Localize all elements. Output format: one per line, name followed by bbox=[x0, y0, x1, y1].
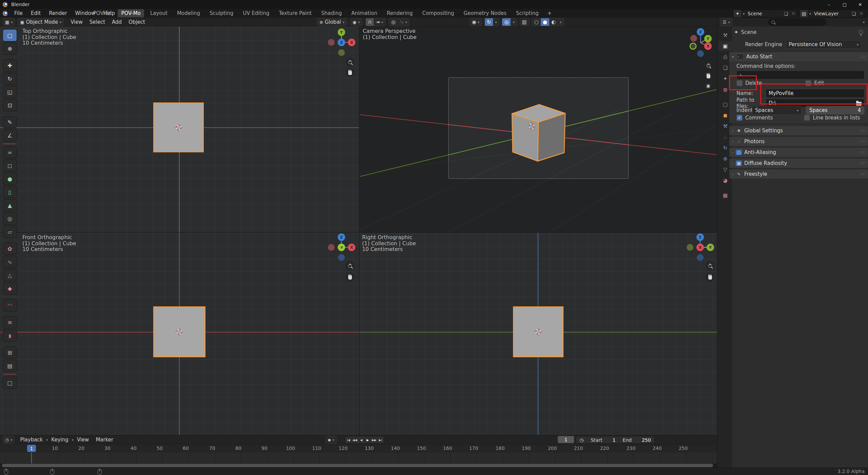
overlays-dropdown[interactable]: ▾ bbox=[511, 18, 516, 26]
nav-gizmo[interactable]: Z X -Y bbox=[327, 233, 356, 262]
drag-handle-icon[interactable]: ∷∷ bbox=[860, 129, 866, 133]
viewport-front[interactable]: Front Orthographic (1) Collection | Cube… bbox=[0, 233, 359, 435]
workspace-tab-pov-mo[interactable]: POV-Mo bbox=[118, 9, 144, 17]
xray-toggle[interactable]: ▥ bbox=[520, 18, 529, 26]
minimize-button[interactable]: – bbox=[821, 0, 837, 9]
play-button[interactable]: ▶ bbox=[364, 436, 371, 443]
new-viewlayer-button[interactable]: ❏ bbox=[850, 11, 857, 16]
tool-add-media[interactable]: ▤ bbox=[3, 360, 17, 372]
drag-handle-icon[interactable]: ∷∷ bbox=[860, 55, 866, 59]
snap-toggle[interactable]: ∩ bbox=[366, 18, 374, 26]
global-settings-panel-header[interactable]: › ❋ Global Settings ∷∷ bbox=[729, 126, 868, 135]
tool-add-superellipsoid[interactable]: ◆ bbox=[3, 282, 17, 294]
tool-add-cone[interactable]: ▲ bbox=[3, 199, 17, 211]
zoom-button[interactable] bbox=[704, 61, 713, 70]
workspace-tab-layout[interactable]: Layout bbox=[147, 9, 171, 17]
workspace-tab-texture-paint[interactable]: Texture Paint bbox=[275, 9, 315, 17]
drag-handle-icon[interactable]: ∷∷ bbox=[860, 150, 866, 155]
properties-filter-dropdown[interactable]: ▾ bbox=[863, 20, 865, 24]
zoom-button[interactable] bbox=[346, 58, 354, 66]
properties-search-input[interactable] bbox=[768, 19, 826, 25]
properties-editor-type-button[interactable]: ☰ ▾ bbox=[720, 18, 732, 26]
close-button[interactable]: ✕ bbox=[852, 0, 868, 9]
tool-annotate[interactable]: ✎ bbox=[3, 116, 17, 128]
timeline-ruler[interactable]: 1 10 20 30 40 50 60 70 80 90 100 110 120… bbox=[0, 444, 717, 453]
new-scene-button[interactable]: ❏ bbox=[782, 11, 790, 16]
tool-add-spring[interactable]: ≋ bbox=[3, 316, 17, 328]
proportional-falloff-dropdown[interactable]: ∿ ▾ bbox=[398, 18, 409, 26]
menu-render[interactable]: Render bbox=[45, 10, 71, 16]
pan-button[interactable] bbox=[346, 272, 354, 281]
pan-button[interactable] bbox=[706, 272, 714, 281]
tool-add-height-field[interactable]: △ bbox=[3, 269, 17, 281]
start-frame-field[interactable]: Start 1 bbox=[587, 436, 619, 443]
snap-to-dropdown[interactable]: ↠ ▾ bbox=[374, 18, 385, 26]
tool-transform[interactable]: ⊡ bbox=[3, 99, 17, 111]
tool-tweak-select[interactable]: ▢ bbox=[3, 29, 17, 41]
shading-dropdown[interactable]: ▾ bbox=[558, 18, 564, 26]
line-breaks-checkbox[interactable] bbox=[804, 115, 810, 121]
viewport-camera[interactable]: Camera Perspective (1) Collection | Cube… bbox=[359, 26, 717, 233]
jump-to-end-button[interactable]: ▶| bbox=[377, 436, 384, 443]
shading-wireframe-button[interactable]: ○ bbox=[532, 18, 541, 26]
gizmo-neg-y[interactable] bbox=[687, 244, 693, 251]
tool-add-rainbow[interactable]: ◠ bbox=[3, 299, 17, 311]
workspace-tab-pov-ed[interactable]: POV-Ed bbox=[90, 9, 115, 17]
add-workspace-button[interactable]: + bbox=[545, 10, 555, 16]
nav-gizmo[interactable]: Y X Z bbox=[327, 28, 356, 57]
gizmo-neg-x[interactable] bbox=[328, 244, 335, 251]
tool-add-blob[interactable]: ✿ bbox=[3, 243, 17, 255]
tool-add-torus[interactable]: ◎ bbox=[3, 212, 17, 225]
gizmo-neg-y[interactable] bbox=[338, 49, 345, 56]
gizmo-neg-x[interactable] bbox=[328, 39, 335, 46]
scene-icon[interactable]: ✦ bbox=[733, 10, 742, 17]
tool-add-cylinder[interactable]: ▯ bbox=[3, 186, 17, 198]
current-frame-indicator[interactable]: 1 bbox=[27, 445, 36, 452]
workspace-tab-uv-editing[interactable]: UV Editing bbox=[239, 9, 273, 17]
tool-add-sphere[interactable]: ● bbox=[3, 173, 17, 185]
jump-to-start-button[interactable]: |◀ bbox=[345, 436, 352, 443]
tool-add-box[interactable]: ◻ bbox=[3, 159, 17, 172]
menu-keying[interactable]: Keying bbox=[48, 437, 72, 443]
end-frame-field[interactable]: End 250 bbox=[619, 436, 654, 443]
tab-texture[interactable]: ▦ bbox=[718, 191, 732, 200]
tool-add-prism[interactable]: ▱ bbox=[3, 226, 17, 238]
drag-handle-icon[interactable]: ∷∷ bbox=[860, 161, 866, 166]
tool-rotate[interactable]: ↻ bbox=[3, 73, 17, 85]
diffuse-radiosity-panel-header[interactable]: › ▨ Diffuse Radiosity ∷∷ bbox=[729, 158, 868, 168]
editor-type-button[interactable]: ▦ ▾ bbox=[3, 18, 15, 26]
mode-dropdown[interactable]: ▣ Object Mode ▾ bbox=[18, 18, 64, 26]
tab-render[interactable]: ▣ bbox=[718, 41, 732, 51]
tool-add-sphere-sweep[interactable]: ∿ bbox=[3, 256, 17, 268]
selectability-visibility-dropdown[interactable]: ◉ ▾ bbox=[470, 18, 481, 26]
indent-dropdown[interactable]: Spaces ▾ bbox=[752, 106, 802, 115]
gizmos-dropdown[interactable]: ▾ bbox=[493, 18, 499, 26]
menu-select[interactable]: Select bbox=[86, 19, 108, 25]
tool-add-pov-cube[interactable]: □ bbox=[3, 377, 17, 389]
freestyle-panel-header[interactable]: › ✎ Freestyle ∷∷ bbox=[729, 169, 868, 179]
pivot-point-dropdown[interactable]: ◉ ▾ bbox=[350, 18, 362, 26]
zoom-button[interactable] bbox=[706, 261, 714, 270]
gizmo-neg-z[interactable] bbox=[338, 254, 345, 261]
proportional-editing-toggle[interactable]: ◎ bbox=[389, 18, 398, 26]
viewlayer-icon[interactable]: ▤ bbox=[800, 10, 808, 17]
workspace-tab-modeling[interactable]: Modeling bbox=[174, 9, 203, 17]
transform-orientation-dropdown[interactable]: ⊕ Global ▾ bbox=[317, 18, 347, 26]
tool-add-lathe[interactable]: ◗ bbox=[3, 329, 17, 342]
next-keyframe-button[interactable]: ▶▶ bbox=[371, 436, 377, 443]
auto-keying-toggle[interactable]: ● ▾ bbox=[326, 436, 337, 444]
tool-move[interactable]: ✚ bbox=[3, 59, 17, 72]
gizmo-neg-z[interactable] bbox=[697, 50, 704, 57]
render-engine-dropdown[interactable]: Persistence Of Vision ▾ bbox=[786, 40, 862, 49]
menu-marker[interactable]: Marker bbox=[92, 437, 117, 443]
gizmo-neg-y[interactable] bbox=[690, 43, 696, 49]
shading-solid-button[interactable]: ● bbox=[541, 18, 549, 26]
scrollbar-thumb[interactable] bbox=[2, 464, 713, 467]
shading-material-button[interactable]: ◐ bbox=[549, 18, 558, 26]
comments-checkbox[interactable]: ✓ bbox=[736, 115, 743, 121]
chevron-down-icon[interactable]: ▾ bbox=[808, 12, 812, 16]
workspace-tab-shading[interactable]: Shading bbox=[318, 9, 345, 17]
menu-add[interactable]: Add bbox=[108, 19, 125, 25]
previous-keyframe-button[interactable]: ◀◀ bbox=[352, 436, 358, 443]
anti-aliasing-panel-header[interactable]: › ○ Anti-Aliasing ∷∷ bbox=[729, 148, 868, 157]
